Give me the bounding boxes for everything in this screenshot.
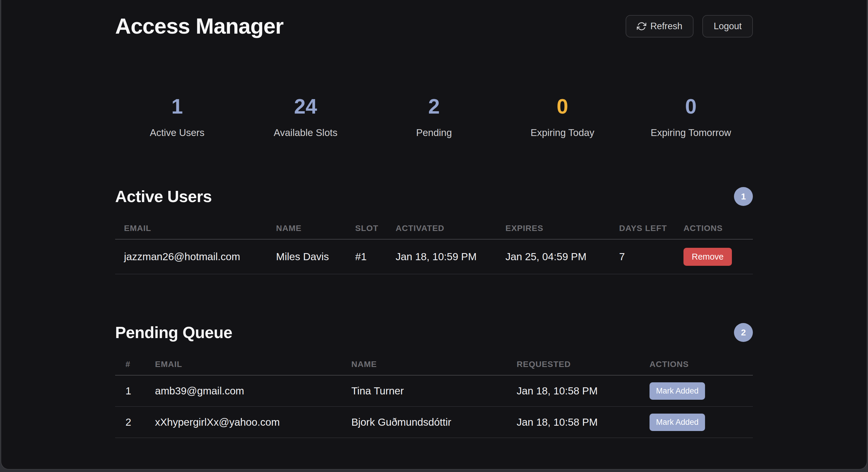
mark-added-button[interactable]: Mark Added	[650, 382, 705, 400]
cell-slot: #1	[355, 251, 396, 263]
cell-index: 1	[125, 385, 155, 397]
cell-requested: Jan 18, 10:58 PM	[517, 416, 650, 428]
cell-email: amb39@gmail.com	[155, 385, 351, 397]
app-window: Access Manager Refresh Logout	[1, 0, 867, 470]
cell-days-left: 7	[619, 251, 683, 263]
cell-email: xXhypergirlXx@yahoo.com	[155, 416, 351, 428]
pending-queue-title: Pending Queue	[115, 323, 232, 342]
column-header-activated: ACTIVATED	[396, 224, 505, 233]
table-row: 2 xXhypergirlXx@yahoo.com Bjork Guðmunds…	[115, 407, 753, 438]
column-header-name: NAME	[351, 360, 517, 369]
logout-button-label: Logout	[714, 21, 742, 32]
stat-active-users: 1 Active Users	[133, 95, 221, 138]
stat-available-slots-value: 24	[261, 95, 350, 118]
cell-expires: Jan 25, 04:59 PM	[505, 251, 619, 263]
mark-added-button[interactable]: Mark Added	[650, 414, 705, 431]
pending-queue-count-badge: 2	[734, 323, 753, 342]
stat-active-users-value: 1	[133, 95, 221, 118]
pending-queue-table: # EMAIL NAME REQUESTED ACTIONS 1 amb39@g…	[115, 354, 753, 438]
page-title: Access Manager	[115, 13, 283, 39]
stat-expiring-tomorrow-label: Expiring Tomorrow	[647, 127, 735, 138]
stat-available-slots-label: Available Slots	[261, 127, 350, 138]
pending-queue-section: Pending Queue 2 # EMAIL NAME REQUESTED A…	[115, 323, 753, 438]
column-header-actions: ACTIONS	[650, 360, 753, 369]
cell-email: jazzman26@hotmail.com	[124, 251, 276, 263]
cell-name: Bjork Guðmundsdóttir	[351, 416, 517, 428]
cell-activated: Jan 18, 10:59 PM	[396, 251, 505, 263]
column-header-email: EMAIL	[124, 224, 276, 233]
active-users-table: EMAIL NAME SLOT ACTIVATED EXPIRES DAYS L…	[115, 218, 753, 274]
cell-index: 2	[125, 416, 155, 428]
column-header-days-left: DAYS LEFT	[619, 224, 683, 233]
logout-button[interactable]: Logout	[702, 15, 753, 37]
stat-active-users-label: Active Users	[133, 127, 221, 138]
cell-requested: Jan 18, 10:58 PM	[517, 385, 650, 397]
stat-available-slots: 24 Available Slots	[261, 95, 350, 138]
active-users-title: Active Users	[115, 187, 212, 206]
column-header-actions: ACTIONS	[683, 224, 753, 233]
refresh-button-label: Refresh	[650, 21, 683, 32]
stat-expiring-today-label: Expiring Today	[518, 127, 607, 138]
cell-name: Miles Davis	[276, 251, 355, 263]
pending-queue-table-header: # EMAIL NAME REQUESTED ACTIONS	[115, 354, 753, 375]
column-header-requested: REQUESTED	[517, 360, 650, 369]
stat-expiring-today-value: 0	[518, 95, 607, 118]
column-header-email: EMAIL	[155, 360, 351, 369]
active-users-table-header: EMAIL NAME SLOT ACTIVATED EXPIRES DAYS L…	[115, 218, 753, 240]
table-row: 1 amb39@gmail.com Tina Turner Jan 18, 10…	[115, 375, 753, 407]
stat-pending-value: 2	[390, 95, 478, 118]
column-header-number: #	[125, 360, 155, 369]
stat-expiring-tomorrow: 0 Expiring Tomorrow	[647, 95, 735, 138]
stats-row: 1 Active Users 24 Available Slots 2 Pend…	[115, 95, 753, 138]
column-header-name: NAME	[276, 224, 355, 233]
remove-button[interactable]: Remove	[683, 248, 732, 266]
topbar: Access Manager Refresh Logout	[115, 13, 753, 39]
refresh-icon	[637, 22, 646, 31]
active-users-section: Active Users 1 EMAIL NAME SLOT ACTIVATED…	[115, 187, 753, 274]
table-row: jazzman26@hotmail.com Miles Davis #1 Jan…	[115, 240, 753, 274]
stat-expiring-tomorrow-value: 0	[647, 95, 735, 118]
stat-expiring-today: 0 Expiring Today	[518, 95, 607, 138]
topbar-actions: Refresh Logout	[626, 15, 753, 37]
column-header-expires: EXPIRES	[505, 224, 619, 233]
stat-pending-label: Pending	[390, 127, 478, 138]
active-users-count-badge: 1	[734, 187, 753, 206]
column-header-slot: SLOT	[355, 224, 396, 233]
stat-pending: 2 Pending	[390, 95, 478, 138]
cell-name: Tina Turner	[351, 385, 517, 397]
refresh-button[interactable]: Refresh	[626, 15, 694, 37]
